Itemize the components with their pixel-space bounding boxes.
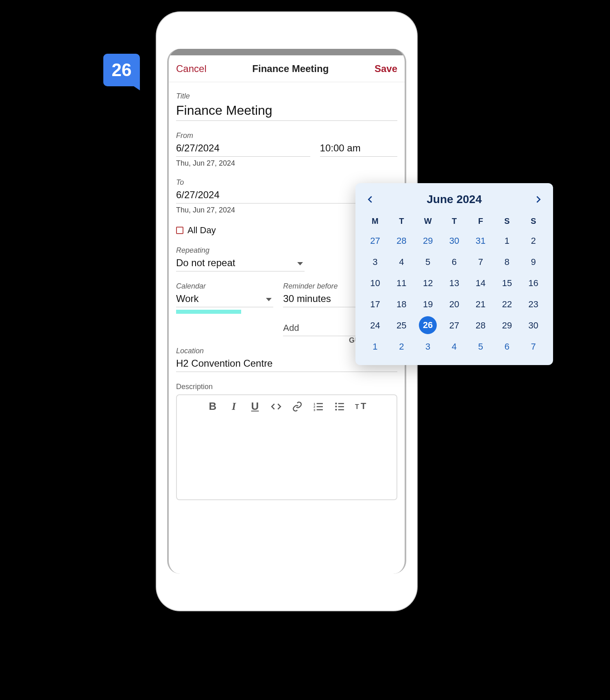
date-cell[interactable]: 9 [520,253,547,271]
chevron-down-icon [297,262,303,265]
date-cell[interactable]: 16 [520,274,547,293]
date-cell[interactable]: 2 [388,337,415,356]
link-button[interactable] [291,400,303,413]
weekday-header: T [388,213,415,229]
date-cell[interactable]: 7 [467,253,494,271]
date-cell[interactable]: 24 [362,316,388,335]
calendar-select[interactable]: Work [176,291,273,307]
date-cell[interactable]: 3 [415,337,441,356]
svg-rect-9 [338,403,344,404]
date-cell[interactable]: 12 [415,274,441,293]
date-cell[interactable]: 20 [441,295,468,314]
save-button[interactable]: Save [375,63,397,74]
repeating-select[interactable]: Do not repeat [176,256,305,271]
calendar-label: Calendar [176,282,273,291]
checkbox-icon [176,227,183,234]
bold-button[interactable]: B [207,400,219,413]
date-cell[interactable]: 31 [467,232,494,250]
from-date-input[interactable]: 6/27/2024 [176,141,310,157]
weekday-header: M [362,213,388,229]
date-cell[interactable]: 19 [415,295,441,314]
svg-rect-5 [317,409,323,410]
date-cell[interactable]: 13 [441,274,468,293]
unordered-list-button[interactable] [333,400,346,413]
badge-day: 26 [112,60,132,80]
weekday-header: S [494,213,520,229]
ordered-list-button[interactable]: 123 [312,400,325,413]
underline-button[interactable]: U [249,400,261,413]
code-button[interactable] [270,400,282,413]
weekday-header: F [467,213,494,229]
weekday-header: S [520,213,547,229]
svg-rect-10 [338,406,344,407]
italic-button[interactable]: I [228,400,240,413]
weekday-header: T [441,213,468,229]
page-title: Finance Meeting [252,63,329,74]
svg-point-7 [335,405,337,407]
calendar-color-swatch [176,310,241,314]
date-cell[interactable]: 2 [520,232,547,250]
date-cell[interactable]: 1 [362,337,388,356]
date-cell[interactable]: 17 [362,295,388,314]
date-cell[interactable]: 30 [520,316,547,335]
date-cell[interactable]: 5 [415,253,441,271]
title-label: Title [176,92,397,101]
date-cell[interactable]: 28 [467,316,494,335]
date-cell[interactable]: 18 [388,295,415,314]
date-cell[interactable]: 14 [467,274,494,293]
date-cell[interactable]: 1 [494,232,520,250]
date-cell[interactable]: 11 [388,274,415,293]
date-cell[interactable]: 25 [388,316,415,335]
date-cell[interactable]: 29 [415,232,441,250]
svg-rect-4 [317,406,323,407]
svg-rect-3 [317,403,323,404]
date-cell[interactable]: 21 [467,295,494,314]
date-cell[interactable]: 28 [388,232,415,250]
date-cell[interactable]: 30 [441,232,468,250]
date-cell[interactable]: 22 [494,295,520,314]
date-cell[interactable]: 27 [362,232,388,250]
date-cell[interactable]: 4 [441,337,468,356]
add-placeholder: Add [283,323,299,333]
svg-text:3: 3 [314,408,315,411]
chevron-down-icon [266,298,272,301]
date-grid: MTWTFSS272829303112345678910111213141516… [362,213,547,356]
svg-point-6 [335,402,337,404]
all-day-label: All Day [187,225,216,236]
date-cell[interactable]: 6 [441,253,468,271]
location-text: H2 Convention Centre [176,358,272,369]
date-cell[interactable]: 10 [362,274,388,293]
from-time-input[interactable]: 10:00 am [320,141,397,157]
date-cell[interactable]: 29 [494,316,520,335]
date-cell[interactable]: 27 [441,316,468,335]
date-cell[interactable]: 23 [520,295,547,314]
status-bar [169,49,405,55]
svg-rect-11 [338,409,344,410]
next-month-button[interactable] [534,195,542,204]
date-cell[interactable]: 26 [419,316,437,334]
weekday-header: W [415,213,441,229]
date-cell[interactable]: 8 [494,253,520,271]
prev-month-button[interactable] [366,195,375,204]
date-cell[interactable]: 15 [494,274,520,293]
cancel-button[interactable]: Cancel [176,63,207,74]
date-cell[interactable]: 5 [467,337,494,356]
date-cell[interactable]: 3 [362,253,388,271]
date-cell[interactable]: 7 [520,337,547,356]
calendar-app-badge: 26 [103,54,140,86]
date-cell[interactable]: 6 [494,337,520,356]
month-label: June 2024 [427,193,481,206]
event-header: Cancel Finance Meeting Save [169,55,405,82]
date-cell[interactable]: 4 [388,253,415,271]
date-picker-popover: June 2024 MTWTFSS27282930311234567891011… [355,183,553,365]
svg-point-8 [335,409,337,410]
